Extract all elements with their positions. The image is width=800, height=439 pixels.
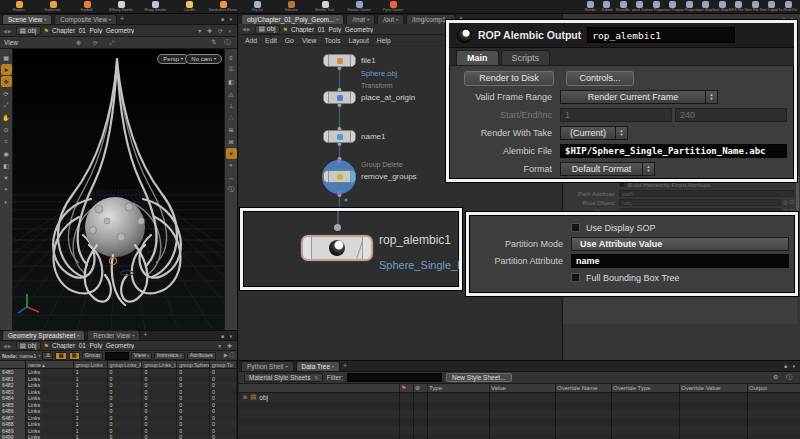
node-name-label[interactable]: file1 [361,56,376,65]
column-header-group-links[interactable]: group:Links [74,361,108,368]
pane-menu-icon[interactable]: ■ ▾ [221,333,234,339]
spreadsheet-rows[interactable]: 6480Links100006481Links100006482Links100… [0,369,237,439]
attributes-field[interactable]: Attributes [187,352,216,360]
input-connector-dot[interactable] [334,224,341,231]
light-icon[interactable]: ☀ [226,148,237,159]
points-mode-icon[interactable]: ▦ [55,352,66,360]
path-root-chip[interactable]: ▤obj [16,341,41,350]
shelf-tool-import-wispray[interactable]: Import WispRay [714,0,731,14]
node-file-sublabel[interactable]: Sphere.obj [361,69,397,78]
node-output-sublabel[interactable]: Sphere_Single_P [379,259,462,271]
nav-back-forward-icon[interactable]: ◀▶ [3,28,13,34]
view-extra-icons[interactable]: ⇅ ⓘ [211,38,233,47]
shelf-tool-fireball[interactable]: Fireball [70,0,104,14]
render-icon[interactable]: ◐ [1,196,12,207]
table-row[interactable]: 6490Links10000 [0,434,237,439]
column-header-group-tu[interactable]: group:Tu [210,361,237,368]
full-bbox-checkbox[interactable] [571,273,580,282]
intrinsics-dropdown[interactable]: Intrinsics▾ [154,352,185,360]
take-dropdown[interactable]: (Current) ▲▼ [560,126,628,140]
network-tab-mat[interactable]: /mat▾ [346,14,375,24]
new-style-sheet-button[interactable]: New Style Sheet... [446,373,511,382]
viewport-canvas[interactable] [13,49,224,330]
spinner-icon[interactable]: ▲▼ [642,162,655,176]
path-bar-icons[interactable]: ▾ ✚ [218,342,234,349]
node-name1[interactable] [323,130,356,143]
scale-icon[interactable]: ⤢ [1,100,12,111]
shade-icon[interactable]: ◧ [226,76,237,87]
nav-back-forward-icon[interactable]: ◀▶ [3,343,13,349]
shelf-tool-showme[interactable]: ShowMe [615,0,632,14]
column-header-type[interactable]: Type [426,384,488,392]
shelf-tool-maya-fluid-preset[interactable]: Maya Fluid Preset [780,0,797,14]
grid-icon[interactable]: ⊞ [226,124,237,135]
network-menu-layout[interactable]: Layout [348,37,368,44]
column-header-value[interactable]: Value [488,384,554,392]
network-menu-view[interactable]: View [302,37,317,44]
node-name-label[interactable]: remove_groups [361,172,417,181]
network-menu-edit[interactable]: Edit [265,37,277,44]
network-menu-help[interactable]: Help [377,37,391,44]
view-gizmo-icons[interactable]: ✥ ⟳ ⤢ [76,39,119,47]
shelf-tool-fumefx-file-smoke[interactable]: FumeFX File Smoke [731,0,748,14]
no-cam-button[interactable]: No cam▾ [185,54,222,64]
partition-mode-dropdown[interactable]: Use Attribute Value [571,237,789,251]
scene-new-tab-button[interactable]: + [120,14,124,24]
path-attribute-field[interactable]: path [619,190,794,197]
sheet-new-tab-button[interactable]: + [143,330,147,340]
filter-input[interactable] [347,373,442,382]
snap-icon[interactable]: ⌗ [1,136,12,147]
scene-tab-composite-view[interactable]: Composite View▾ [54,14,117,24]
viewport-3d[interactable]: ▦➤✥⟳⤢✋⊙⌗◉◧☀⌖◐ ≡⚿◧◬⊥∴⊞⊠☀⌖↔ⓘ Persp▾ No cam… [0,49,237,330]
shelf-tool-submit[interactable]: Submit [599,0,616,14]
shelf-tool-volcano[interactable]: Volcano [274,0,308,14]
shelf-tool-houdini-liquid-preset[interactable]: Houdini Liquid Preset [764,0,781,14]
format-dropdown[interactable]: Default Format ▲▼ [560,162,655,176]
node-remove-groups[interactable] [323,170,356,183]
column-header-group-links-ins[interactable]: group:Links_Ins [142,361,177,368]
nav-back-forward-icon[interactable]: ◀▶ [242,26,252,32]
network-menu-add[interactable]: Add [245,37,257,44]
shelf-tool-hair-properties[interactable]: Hair Properties [681,0,698,14]
info-icon[interactable]: ⓘ [226,184,237,195]
scene-tab-scene-view[interactable]: Scene View▾ [2,14,52,24]
end-field[interactable]: 240 [675,108,787,122]
shelf-tool-object-properties[interactable]: Object Properties [648,0,665,14]
path-bar-icons[interactable]: ▾ ✚ ⟳ ◗ [198,27,234,34]
shelf-tool-render[interactable]: Render [582,0,599,14]
node-chooser-icon[interactable]: ◎ ⊡ [783,199,794,205]
measure-icon[interactable]: ↔ [226,172,237,183]
column-header-override-name[interactable]: Override Name [554,384,610,392]
node-name-label[interactable]: place_at_origin [361,93,415,102]
sheet-tab-render-view[interactable]: Render View▾ [87,330,140,340]
shelf-tool-import-wispray[interactable]: Import WispRay [698,0,715,14]
network-menu-tools[interactable]: Tools [325,37,341,44]
partition-attribute-field[interactable]: name [571,254,789,268]
node-name-label[interactable]: rop_alembic1 [379,233,451,247]
shelf-tool-physical-camera[interactable]: Physical Camera [632,0,649,14]
datatree-tab-python-shell[interactable]: Python Shell▾ [241,361,294,371]
shade-icon[interactable]: ◧ [1,160,12,171]
tab-scripts[interactable]: Scripts [501,50,551,65]
network-menu-go[interactable]: Go [285,37,294,44]
persp-camera-button[interactable]: Persp▾ [157,54,189,64]
help-icon[interactable]: ▶ ⓘ [224,352,235,359]
mode-dropdown[interactable]: Material Style Sheets⇅ [244,373,323,382]
shelf-tool-smokeless-flame[interactable]: Smokeless Flame [206,0,240,14]
shelf-tool-wispy-smoke[interactable]: Wispy Smoke [138,0,172,14]
root-object-field[interactable]: /obj [619,199,781,206]
datatree-tab-data-tree[interactable]: Data Tree▾ [296,361,341,371]
data-tree-body[interactable]: ⊞ ▤ obj [239,393,800,439]
select-icon[interactable]: ➤ [1,64,12,75]
node-rop-alembic1[interactable] [301,235,373,261]
path-root-chip[interactable]: ▤obj [255,25,280,34]
shelf-tool-billowy-smoke[interactable]: Billowy Smoke [104,0,138,14]
tree-row-obj[interactable]: ⊞ ▤ obj [239,393,268,401]
use-display-sop-checkbox[interactable] [571,223,580,232]
menu-icon[interactable]: ≡ [226,52,237,63]
normals-icon[interactable]: ⊥ [226,100,237,111]
handle-icon[interactable]: ⊙ [1,124,12,135]
node-name-field[interactable]: rop_alembic1 [587,27,735,43]
path-node-name[interactable]: Chapter_01_Poly_Geometry [291,26,373,33]
start-field[interactable]: 1 [560,108,672,122]
